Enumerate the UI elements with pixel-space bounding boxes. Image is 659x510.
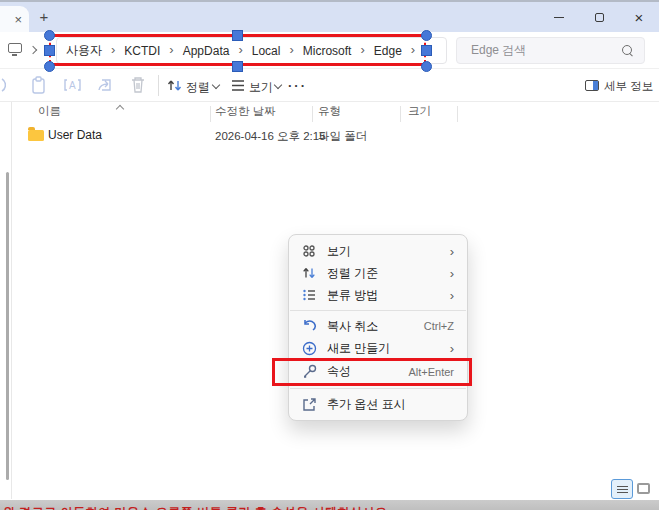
rename-icon[interactable]: A — [64, 76, 81, 94]
breadcrumb: 사용자 › KCTDI › AppData › Local › Microsof… — [66, 37, 415, 64]
share-icon[interactable] — [97, 76, 114, 94]
resize-handle-bottom-left[interactable] — [44, 61, 55, 72]
submenu-arrow-icon: › — [450, 342, 454, 355]
svg-text:A: A — [69, 80, 76, 91]
bottom-strip: 위 경로로 이동하여 마우스 오른쪽 버튼 클릭 후 속성을 선택하십시오. — [0, 500, 659, 510]
submenu-arrow-icon: › — [450, 245, 454, 258]
breadcrumb-separator: › — [111, 43, 115, 56]
chevron-down-icon — [212, 81, 220, 89]
explorer-tab[interactable]: × — [0, 6, 29, 32]
more-options-button[interactable]: ··· — [288, 78, 307, 93]
toolbar-divider — [158, 75, 159, 96]
search-box[interactable]: Edge 검색 — [456, 37, 645, 64]
maximize-icon — [595, 13, 604, 22]
details-pane-button[interactable]: 세부 정보 — [604, 79, 653, 94]
column-resize-handle[interactable] — [312, 106, 313, 122]
menu-item-sort-by[interactable]: 정렬 기준 › — [289, 262, 467, 284]
menu-item-show-more-options[interactable]: 추가 옵션 표시 — [289, 393, 467, 415]
folder-icon — [28, 130, 44, 141]
shortcut-label: Alt+Enter — [408, 366, 454, 378]
file-modified-date: 2026-04-16 오후 2:15 — [215, 129, 326, 144]
breadcrumb-item-users[interactable]: 사용자 — [66, 42, 102, 59]
tab-close-icon[interactable]: × — [14, 13, 22, 26]
resize-handle-bottom-middle[interactable] — [232, 61, 243, 72]
shortcut-label: Ctrl+Z — [424, 320, 454, 332]
column-header-modified[interactable]: 수정한 날짜 — [215, 104, 276, 119]
undo-icon — [301, 318, 317, 334]
breadcrumb-item-appdata[interactable]: AppData — [183, 44, 230, 58]
navigation-bar: 사용자 › KCTDI › AppData › Local › Microsof… — [0, 32, 659, 69]
chevron-right-icon — [29, 46, 37, 54]
resize-handle-top-left[interactable] — [44, 30, 55, 41]
close-button[interactable]: × — [619, 3, 659, 31]
menu-item-new[interactable]: 새로 만들기 › — [289, 337, 467, 359]
minimize-icon — [554, 17, 564, 18]
maximize-button[interactable] — [579, 3, 619, 31]
resize-handle-top-middle[interactable] — [232, 30, 243, 41]
breadcrumb-item-microsoft[interactable]: Microsoft — [303, 44, 352, 58]
column-resize-handle[interactable] — [210, 106, 211, 122]
group-by-icon — [301, 287, 317, 303]
resize-handle-middle-right[interactable] — [421, 45, 432, 56]
nav-pane-scrollbar[interactable] — [6, 172, 9, 480]
resize-handle-middle-left[interactable] — [44, 45, 55, 56]
new-tab-button[interactable]: + — [36, 5, 52, 27]
menu-item-group-by[interactable]: 분류 방법 › — [289, 284, 467, 306]
file-type: 파일 폴더 — [318, 129, 367, 144]
plus-circle-icon — [301, 340, 317, 356]
column-header-type[interactable]: 유형 — [318, 104, 341, 119]
column-resize-handle[interactable] — [400, 106, 401, 122]
breadcrumb-item-edge[interactable]: Edge — [374, 44, 402, 58]
submenu-arrow-icon: › — [450, 267, 454, 280]
command-toolbar: A 정렬 보기 ··· 세부 정보 — [0, 69, 659, 102]
resize-handle-bottom-right[interactable] — [421, 61, 432, 72]
context-menu: 보기 › 정렬 기준 › 분류 방법 › 복사 취소 Ctrl+Z — [288, 234, 468, 421]
paste-icon[interactable] — [31, 76, 47, 95]
chevron-down-icon — [274, 81, 282, 89]
submenu-arrow-icon: › — [450, 289, 454, 302]
menu-item-view[interactable]: 보기 › — [289, 240, 467, 262]
column-header-name[interactable]: 이름 — [38, 104, 61, 119]
this-pc-icon[interactable] — [8, 43, 22, 53]
details-pane-icon — [585, 80, 599, 91]
sort-icon — [167, 78, 182, 93]
wrench-icon — [301, 364, 317, 380]
more-options-icon — [301, 396, 317, 412]
menu-item-properties[interactable]: 속성 Alt+Enter — [289, 359, 467, 384]
search-placeholder: Edge 검색 — [471, 42, 622, 59]
minimize-button[interactable] — [539, 3, 579, 31]
breadcrumb-separator: › — [289, 43, 293, 56]
details-view-toggle[interactable] — [611, 479, 633, 499]
tab-bar: × + × — [0, 2, 659, 32]
delete-icon[interactable] — [130, 76, 146, 94]
breadcrumb-item-kctdi[interactable]: KCTDI — [124, 44, 160, 58]
column-header-size[interactable]: 크기 — [408, 104, 431, 119]
breadcrumb-separator: › — [238, 43, 242, 56]
breadcrumb-separator: › — [169, 43, 173, 56]
window-controls: × — [539, 2, 659, 32]
menu-item-undo-copy[interactable]: 복사 취소 Ctrl+Z — [289, 315, 467, 337]
column-resize-handle[interactable] — [457, 106, 458, 122]
view-icon — [231, 79, 245, 92]
view-button[interactable]: 보기 — [249, 79, 273, 96]
pane-divider — [11, 102, 12, 499]
menu-separator — [290, 310, 466, 311]
search-icon[interactable] — [622, 45, 634, 57]
grid-view-icon — [301, 243, 317, 259]
cut-icon[interactable] — [0, 76, 6, 94]
red-instruction-text: 위 경로로 이동하여 마우스 오른쪽 버튼 클릭 후 속성을 선택하십시오. — [3, 504, 659, 510]
menu-separator — [290, 388, 466, 389]
breadcrumb-separator: › — [411, 43, 415, 56]
sort-ascending-icon — [116, 105, 124, 113]
resize-handle-top-right[interactable] — [421, 30, 432, 41]
file-name[interactable]: User Data — [48, 128, 102, 142]
sort-button[interactable]: 정렬 — [186, 79, 210, 96]
breadcrumb-item-local[interactable]: Local — [252, 44, 281, 58]
sort-arrows-icon — [301, 265, 317, 281]
breadcrumb-separator: › — [360, 43, 364, 56]
thumbnail-view-toggle[interactable] — [637, 483, 650, 494]
close-icon: × — [635, 10, 644, 25]
file-explorer-window: × + × 사용자 › KCTDI › AppData › Local › Mi… — [0, 0, 659, 510]
